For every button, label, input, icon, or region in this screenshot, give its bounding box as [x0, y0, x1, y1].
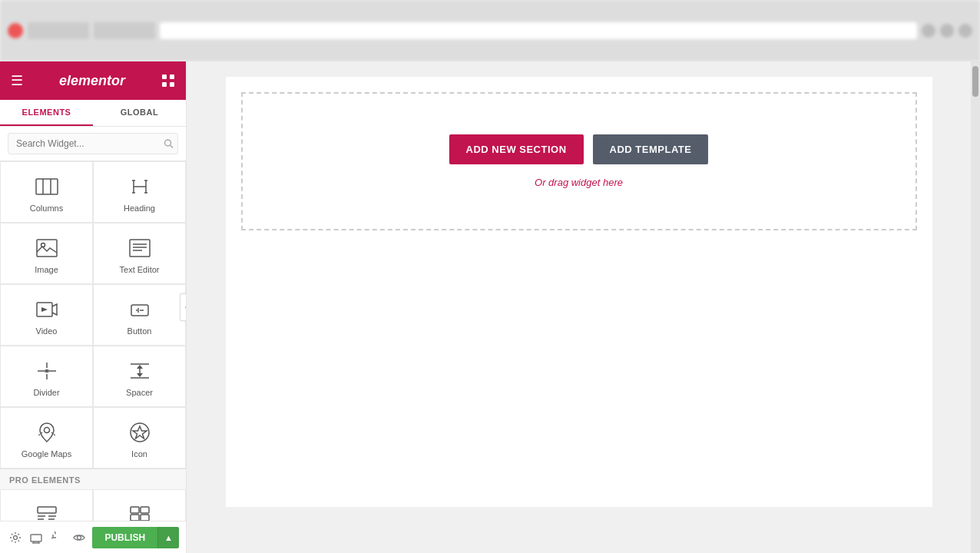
widget-video[interactable]: Video: [0, 284, 93, 346]
widgets-grid: Columns H: [0, 161, 186, 521]
pro-elements-label: PRO ELEMENTS: [0, 469, 186, 489]
search-icon[interactable]: [164, 139, 174, 149]
responsive-button[interactable]: [29, 527, 45, 548]
video-label: Video: [36, 326, 58, 336]
scrollbar-track[interactable]: [971, 61, 980, 553]
widget-button[interactable]: Button: [93, 284, 186, 346]
svg-point-55: [13, 535, 17, 539]
editor-wrap: ☰ elementor ELEMENTS GLOBAL: [0, 61, 980, 553]
svg-rect-49: [141, 515, 149, 521]
video-icon: [35, 297, 59, 322]
svg-marker-23: [41, 307, 48, 312]
drop-zone: ADD NEW SECTION ADD TEMPLATE Or drag wid…: [241, 92, 917, 230]
svg-rect-1: [170, 75, 174, 79]
svg-marker-40: [133, 426, 147, 439]
posts-icon: [35, 502, 59, 521]
google-maps-label: Google Maps: [22, 449, 71, 459]
svg-rect-47: [141, 507, 149, 513]
columns-icon: [35, 174, 59, 199]
svg-rect-48: [131, 515, 139, 521]
svg-point-38: [44, 428, 49, 433]
widget-columns[interactable]: Columns: [0, 161, 93, 223]
svg-point-4: [165, 140, 171, 146]
browser-bar: [0, 0, 980, 61]
spacer-label: Spacer: [126, 388, 153, 397]
sidebar-tabs: ELEMENTS GLOBAL: [0, 100, 186, 127]
columns-label: Columns: [30, 204, 63, 213]
publish-button[interactable]: PUBLISH: [92, 527, 157, 548]
settings-button[interactable]: [8, 527, 23, 548]
sidebar-header: ☰ elementor: [0, 61, 186, 100]
widget-divider[interactable]: Divider: [0, 346, 93, 407]
divider-label: Divider: [33, 388, 59, 397]
svg-rect-3: [170, 82, 174, 87]
widget-portfolio[interactable]: Portfolio: [93, 489, 186, 521]
svg-rect-41: [38, 507, 56, 513]
widget-spacer[interactable]: Spacer: [93, 346, 186, 407]
icon-widget-label: Icon: [131, 449, 147, 459]
svg-rect-46: [131, 507, 139, 513]
scrollbar-thumb[interactable]: [972, 66, 978, 97]
divider-icon: [35, 359, 59, 383]
widget-image[interactable]: Image: [0, 223, 93, 284]
svg-rect-16: [37, 240, 57, 257]
bottom-toolbar: PUBLISH ▲: [0, 521, 187, 553]
preview-button[interactable]: [71, 527, 87, 548]
svg-rect-56: [31, 535, 41, 541]
svg-rect-0: [162, 75, 167, 79]
widgets-area: Columns H: [0, 161, 186, 521]
heading-label: Heading: [124, 204, 155, 213]
icon-widget-icon: [127, 420, 152, 445]
button-icon: [127, 297, 152, 322]
search-input[interactable]: [8, 133, 178, 154]
image-label: Image: [35, 265, 58, 274]
hamburger-icon[interactable]: ☰: [11, 72, 23, 89]
button-label: Button: [127, 326, 152, 336]
grid-icon[interactable]: [161, 74, 175, 88]
svg-rect-6: [36, 179, 58, 194]
widget-posts[interactable]: Posts: [0, 489, 93, 521]
sidebar: ☰ elementor ELEMENTS GLOBAL: [0, 61, 187, 553]
sidebar-collapse-btn[interactable]: [180, 293, 187, 321]
google-maps-icon: [35, 420, 59, 445]
widget-icon[interactable]: Icon: [93, 407, 186, 469]
svg-rect-18: [130, 240, 150, 257]
tab-global[interactable]: GLOBAL: [93, 100, 186, 126]
drop-zone-buttons: ADD NEW SECTION ADD TEMPLATE: [449, 134, 709, 164]
image-icon: [35, 236, 59, 260]
publish-wrap: PUBLISH ▲: [92, 527, 179, 548]
widget-google-maps[interactable]: Google Maps: [0, 407, 93, 469]
svg-line-5: [171, 145, 174, 148]
text-editor-icon: [127, 236, 152, 260]
add-new-section-button[interactable]: ADD NEW SECTION: [449, 134, 584, 164]
widget-text-editor[interactable]: Text Editor: [93, 223, 186, 284]
spacer-icon: [127, 359, 152, 383]
canvas-inner: ADD NEW SECTION ADD TEMPLATE Or drag wid…: [226, 77, 932, 507]
canvas-area: ADD NEW SECTION ADD TEMPLATE Or drag wid…: [187, 61, 971, 553]
svg-point-60: [77, 535, 81, 539]
svg-marker-37: [137, 373, 143, 377]
svg-marker-36: [137, 365, 143, 369]
history-button[interactable]: [50, 527, 65, 548]
publish-arrow-button[interactable]: ▲: [157, 527, 179, 548]
portfolio-icon: [127, 502, 152, 521]
add-template-button[interactable]: ADD TEMPLATE: [593, 134, 709, 164]
drag-hint: Or drag widget here: [535, 177, 623, 188]
search-wrap: [0, 127, 186, 161]
elementor-logo: elementor: [59, 73, 125, 89]
text-editor-label: Text Editor: [120, 265, 160, 274]
heading-icon: [127, 174, 152, 199]
widget-heading[interactable]: Heading: [93, 161, 186, 223]
tab-elements[interactable]: ELEMENTS: [0, 100, 93, 126]
svg-rect-2: [162, 82, 167, 87]
